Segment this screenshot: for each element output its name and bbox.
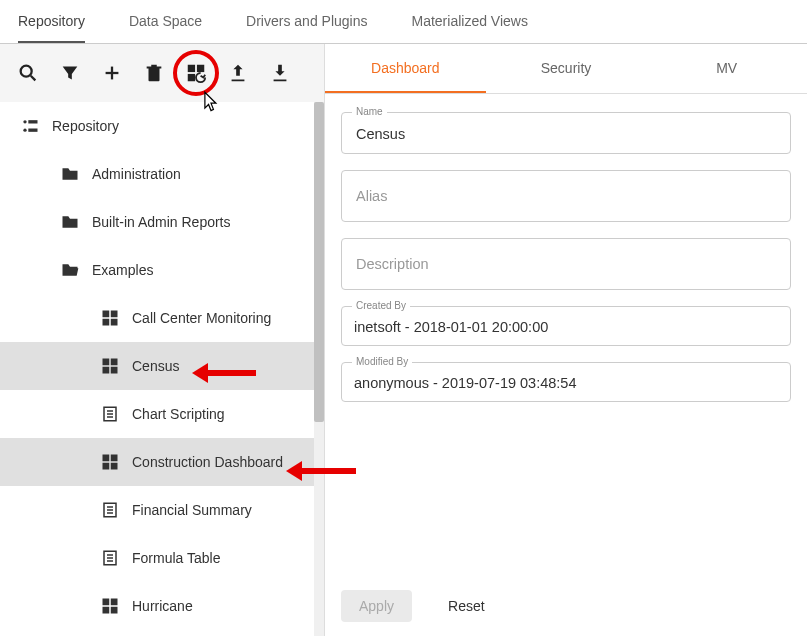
svg-point-8 [23,129,26,132]
alias-field[interactable] [341,170,791,222]
add-button[interactable] [92,53,132,93]
svg-rect-24 [111,455,118,462]
dashboard-icon [98,357,122,375]
plus-icon [101,62,123,84]
svg-rect-10 [28,129,37,132]
svg-rect-36 [111,599,118,606]
apply-button[interactable]: Apply [341,590,412,622]
svg-rect-12 [111,311,118,318]
repository-tree: Repository AdministrationBuilt-in Admin … [0,102,324,636]
search-icon [17,62,39,84]
svg-rect-11 [103,311,110,318]
name-label: Name [352,106,387,117]
tree-item-label: Chart Scripting [132,406,225,422]
modifiedby-field: Modified By anonymous - 2019-07-19 03:48… [341,362,791,402]
svg-rect-37 [103,607,110,614]
name-input[interactable] [354,125,778,143]
search-button[interactable] [8,53,48,93]
worksheet-icon [98,501,122,519]
tab-dashboard[interactable]: Dashboard [325,44,486,93]
left-panel: Repository AdministrationBuilt-in Admin … [0,44,325,636]
svg-rect-26 [111,463,118,470]
tree-item[interactable]: Examples [0,246,324,294]
tree-item-label: Construction Dashboard [132,454,283,470]
folder-icon [58,164,82,184]
dashboard-icon [98,453,122,471]
tree-item[interactable]: Built-in Admin Reports [0,198,324,246]
folder-icon [58,212,82,232]
toolbar [0,44,324,102]
detail-body: Name Created By inetsoft - 2018-01-01 20… [325,94,807,576]
tree-root-label: Repository [52,118,119,134]
modifiedby-value: anonymous - 2019-07-19 03:48:54 [354,375,778,391]
svg-point-7 [23,120,26,123]
svg-point-0 [21,66,32,77]
scrollbar-thumb[interactable] [314,102,324,422]
dashboard-icon [98,597,122,615]
repository-icon [18,116,42,136]
svg-rect-18 [111,367,118,374]
worksheet-icon [98,549,122,567]
tree-item-label: Formula Table [132,550,220,566]
createdby-field: Created By inetsoft - 2018-01-01 20:00:0… [341,306,791,346]
tree-item-label: Hurricane [132,598,193,614]
svg-rect-16 [111,359,118,366]
import-button[interactable] [260,53,300,93]
scrollbar[interactable] [314,102,324,636]
upload-icon [227,62,249,84]
top-tabs: Repository Data Space Drivers and Plugin… [0,0,807,44]
tree-item[interactable]: Formula Table [0,534,324,582]
folder-open-icon [58,260,82,280]
tab-materialized-views[interactable]: Materialized Views [411,0,527,43]
tree-item-label: Census [132,358,179,374]
tree-item[interactable]: Census [0,342,324,390]
detail-panel: Dashboard Security MV Name Created By in… [325,44,807,636]
tree-item[interactable]: Financial Summary [0,486,324,534]
reset-button[interactable]: Reset [430,590,503,622]
tab-data-space[interactable]: Data Space [129,0,202,43]
svg-rect-9 [28,120,37,123]
svg-rect-13 [103,319,110,326]
download-icon [269,62,291,84]
tree-item-label: Financial Summary [132,502,252,518]
tree-item[interactable]: Chart Scripting [0,390,324,438]
tree-item-label: Built-in Admin Reports [92,214,231,230]
description-field[interactable] [341,238,791,290]
footer-actions: Apply Reset [325,576,807,636]
filter-button[interactable] [50,53,90,93]
svg-rect-4 [188,65,195,72]
tree-item[interactable]: Administration [0,150,324,198]
tab-mv[interactable]: MV [646,44,807,93]
tab-security[interactable]: Security [486,44,647,93]
description-input[interactable] [354,255,778,273]
tab-drivers-plugins[interactable]: Drivers and Plugins [246,0,367,43]
tree-item[interactable]: Call Center Monitoring [0,294,324,342]
worksheet-icon [98,405,122,423]
tree-item[interactable]: Hurricane [0,582,324,630]
createdby-value: inetsoft - 2018-01-01 20:00:00 [354,319,778,335]
tree-item-label: Administration [92,166,181,182]
delete-button[interactable] [134,53,174,93]
svg-rect-25 [103,463,110,470]
svg-rect-35 [103,599,110,606]
createdby-label: Created By [352,300,410,311]
svg-rect-15 [103,359,110,366]
trash-icon [143,62,165,84]
svg-rect-23 [103,455,110,462]
tree-root[interactable]: Repository [0,102,324,150]
svg-rect-38 [111,607,118,614]
tree-item-label: Call Center Monitoring [132,310,271,326]
tab-repository[interactable]: Repository [18,0,85,43]
svg-line-1 [31,76,36,81]
filter-icon [59,62,81,84]
name-field[interactable]: Name [341,112,791,154]
tree-item-label: Examples [92,262,153,278]
materialize-button[interactable] [176,53,216,93]
svg-rect-14 [111,319,118,326]
svg-rect-17 [103,367,110,374]
tree-item[interactable]: Construction Dashboard [0,438,324,486]
detail-tabs: Dashboard Security MV [325,44,807,94]
alias-input[interactable] [354,187,778,205]
svg-rect-5 [197,65,204,72]
export-button[interactable] [218,53,258,93]
